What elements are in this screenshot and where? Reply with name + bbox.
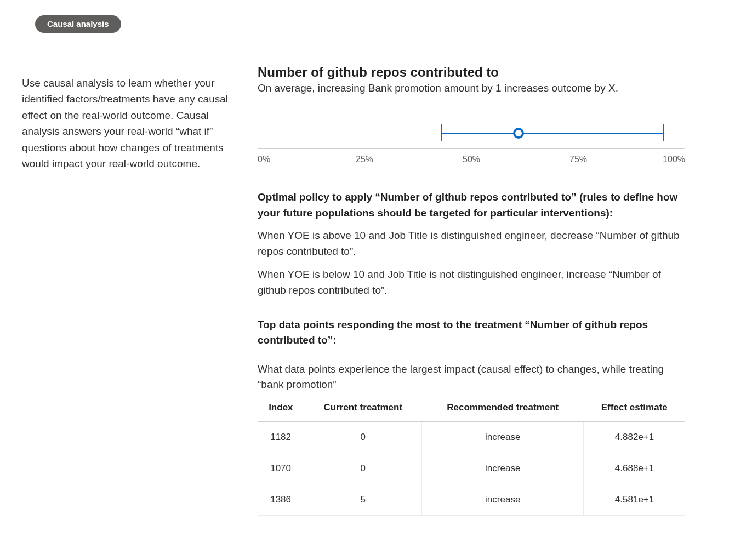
cell-current: 0: [304, 421, 422, 453]
causal-effect-chart: 0%25%50%75%100%: [258, 116, 685, 171]
top-responders-table: IndexCurrent treatmentRecommended treatm…: [258, 397, 685, 516]
table-body: 11820increase4.882e+110700increase4.688e…: [258, 421, 685, 515]
tab-causal-analysis[interactable]: Causal analysis: [35, 15, 121, 33]
table-row: 11820increase4.882e+1: [258, 421, 685, 453]
intro-text: Use causal analysis to learn whether you…: [22, 75, 236, 172]
cell-index: 1070: [258, 453, 304, 484]
cell-index: 1386: [258, 484, 304, 515]
chart-area: [258, 116, 685, 149]
x-tick: 75%: [569, 155, 587, 164]
tab-rail: Causal analysis: [0, 15, 752, 34]
ci-cap-high: [663, 124, 664, 141]
cell-effect: 4.688e+1: [584, 453, 685, 484]
ci-cap-low: [441, 124, 442, 141]
policy-rule: When YOE is above 10 and Job Title is di…: [258, 227, 685, 260]
x-tick: 25%: [356, 155, 373, 164]
tab-label: Causal analysis: [47, 19, 109, 28]
top-responders-heading: Top data points responding the most to t…: [258, 317, 685, 348]
content: Use causal analysis to learn whether you…: [0, 34, 752, 538]
cell-current: 0: [304, 453, 422, 484]
point-estimate-marker: [513, 128, 524, 139]
right-column: Number of github repos contributed to On…: [258, 65, 685, 516]
confidence-interval-line: [441, 133, 664, 134]
optimal-policy-heading: Optimal policy to apply “Number of githu…: [258, 190, 685, 221]
cell-recommended: increase: [422, 484, 584, 515]
top-responders-subtitle: What data points experience the largest …: [258, 362, 685, 393]
x-axis-ticks: 0%25%50%75%100%: [258, 155, 685, 168]
policy-rule: When YOE is below 10 and Job Title is no…: [258, 266, 685, 299]
page-subtitle: On average, increasing Bank promotion am…: [258, 82, 685, 94]
cell-effect: 4.882e+1: [584, 421, 685, 453]
page-title: Number of github repos contributed to: [258, 65, 685, 80]
table-row: 13865increase4.581e+1: [258, 484, 685, 515]
policy-rules: When YOE is above 10 and Job Title is di…: [258, 227, 685, 299]
column-header: Index: [258, 397, 304, 422]
cell-recommended: increase: [422, 453, 584, 484]
x-tick: 0%: [258, 155, 270, 164]
column-header: Current treatment: [304, 397, 422, 422]
cell-index: 1182: [258, 421, 304, 453]
left-column: Use causal analysis to learn whether you…: [22, 65, 236, 516]
table-row: 10700increase4.688e+1: [258, 453, 685, 484]
cell-recommended: increase: [422, 421, 584, 453]
table-header-row: IndexCurrent treatmentRecommended treatm…: [258, 397, 685, 422]
column-header: Recommended treatment: [422, 397, 584, 422]
cell-current: 5: [304, 484, 422, 515]
cell-effect: 4.581e+1: [584, 484, 685, 515]
column-header: Effect estimate: [584, 397, 685, 422]
x-tick: 50%: [463, 155, 480, 164]
x-tick: 100%: [663, 155, 685, 164]
